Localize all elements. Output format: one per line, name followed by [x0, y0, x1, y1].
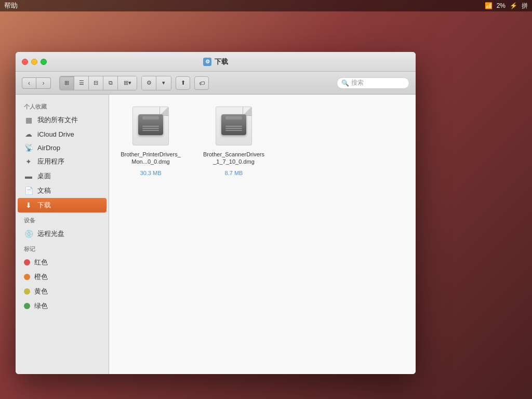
- share-icon: ⬆: [181, 79, 185, 86]
- wifi-icon: 📶: [485, 2, 493, 9]
- dmg-line-1b: [142, 128, 159, 129]
- window-title-text: 下载: [215, 57, 228, 66]
- dmg-inner-icon-1: [138, 114, 163, 135]
- forward-icon: ›: [43, 79, 45, 87]
- file-icon-2: [213, 105, 255, 147]
- tag-green-label: 绿色: [34, 301, 48, 311]
- sidebar-item-icloud[interactable]: ☁ iCloud Drive: [16, 127, 109, 141]
- search-placeholder: 搜索: [351, 78, 364, 87]
- sidebar-section-tags: 标记: [16, 241, 109, 255]
- icloud-label: iCloud Drive: [37, 130, 74, 138]
- back-icon: ‹: [28, 79, 30, 87]
- search-icon: 🔍: [341, 79, 349, 87]
- title-folder-icon: ⚙: [203, 58, 211, 66]
- sidebar-item-desktop[interactable]: ▬ 桌面: [16, 169, 109, 183]
- dmg-line-2c: [225, 130, 242, 131]
- sidebar-item-downloads[interactable]: ⬇ 下载: [18, 198, 107, 212]
- view-dropdown-button[interactable]: ⊞▾: [118, 76, 137, 90]
- tags-icon: 🏷: [199, 80, 205, 86]
- maximize-button[interactable]: [41, 59, 47, 65]
- dmg-lines-1: [142, 126, 159, 132]
- applications-icon: ✦: [24, 157, 33, 166]
- downloads-icon: ⬇: [24, 201, 33, 209]
- sidebar-item-applications[interactable]: ✦ 应用程序: [16, 154, 109, 169]
- view-list-button[interactable]: ☰: [74, 76, 89, 90]
- sidebar-item-airdrop[interactable]: 📡 AirDrop: [16, 141, 109, 154]
- tag-green-dot: [24, 303, 30, 309]
- view-column-button[interactable]: ⊟: [89, 76, 103, 90]
- gear-dropdown-icon: ▾: [162, 79, 165, 86]
- traffic-lights: [22, 59, 47, 65]
- documents-label: 文稿: [37, 186, 51, 195]
- tag-orange-label: 橙色: [34, 272, 48, 282]
- file-name-1: Brother_PrinterDrivers_Mon...0_0.dmg: [119, 151, 182, 166]
- menubar: 帮助 📶 2% ⚡ 拼: [0, 0, 532, 11]
- back-button[interactable]: ‹: [22, 77, 36, 89]
- file-area: Brother_PrinterDrivers_Mon...0_0.dmg 30.…: [109, 95, 416, 374]
- remote-disc-icon: 💿: [24, 230, 33, 238]
- minimize-button[interactable]: [31, 59, 37, 65]
- tags-button[interactable]: 🏷: [194, 76, 209, 90]
- view-buttons: ⊞ ☰ ⊟ ⧉ ⊞▾: [59, 76, 137, 90]
- sidebar-section-devices: 设备: [16, 212, 109, 227]
- dmg-lines-2: [225, 126, 242, 132]
- menu-help[interactable]: 帮助: [4, 1, 18, 10]
- list-view-icon: ☰: [79, 79, 84, 86]
- sidebar-item-tag-yellow[interactable]: 黄色: [16, 284, 109, 299]
- documents-icon: 📄: [24, 187, 33, 195]
- toolbar: ‹ › ⊞ ☰ ⊟ ⧉ ⊞▾ ⚙: [16, 72, 416, 95]
- battery-indicator: 2%: [497, 2, 506, 9]
- file-item-1[interactable]: Brother_PrinterDrivers_Mon...0_0.dmg 30.…: [119, 105, 182, 176]
- menubar-left: 帮助: [4, 1, 18, 10]
- file-item-2[interactable]: Brother_ScannerDrivers_1_7_10_0.dmg 8.7 …: [203, 105, 265, 176]
- gear-button[interactable]: ⚙: [142, 76, 156, 90]
- file-size-1: 30.3 MB: [140, 170, 162, 176]
- sidebar-item-tag-orange[interactable]: 橙色: [16, 270, 109, 284]
- dmg-file-icon-2: [216, 107, 252, 145]
- close-button[interactable]: [22, 59, 28, 65]
- tag-orange-dot: [24, 274, 30, 280]
- file-size-2: 8.7 MB: [225, 170, 243, 176]
- file-icon-1: [130, 105, 171, 147]
- share-button[interactable]: ⬆: [176, 76, 190, 90]
- dmg-line-1a: [142, 126, 159, 127]
- coverflow-icon: ⧉: [109, 79, 113, 86]
- view-icon-button[interactable]: ⊞: [60, 76, 74, 90]
- icon-view-icon: ⊞: [64, 79, 69, 86]
- desktop-label: 桌面: [37, 171, 51, 181]
- tag-yellow-dot: [24, 288, 30, 295]
- dmg-line-2a: [225, 126, 242, 127]
- applications-label: 应用程序: [37, 157, 64, 166]
- dmg-line-2b: [225, 128, 242, 129]
- window-title: ⚙ 下载: [22, 57, 409, 66]
- forward-button[interactable]: ›: [36, 77, 51, 89]
- sidebar: 个人收藏 ▦ 我的所有文件 ☁ iCloud Drive 📡 AirDrop ✦…: [16, 95, 109, 374]
- view-dropdown-icon: ⊞▾: [124, 79, 131, 86]
- desktop-icon: ▬: [24, 172, 33, 180]
- gear-icon: ⚙: [147, 79, 152, 86]
- sidebar-item-documents[interactable]: 📄 文稿: [16, 183, 109, 198]
- charging-icon: ⚡: [510, 2, 517, 9]
- nav-buttons: ‹ ›: [22, 77, 51, 89]
- downloads-label: 下载: [37, 201, 51, 210]
- search-box[interactable]: 🔍 搜索: [337, 77, 409, 89]
- sidebar-item-tag-red[interactable]: 红色: [16, 255, 109, 270]
- sidebar-item-tag-green[interactable]: 绿色: [16, 299, 109, 313]
- input-method[interactable]: 拼: [522, 2, 528, 10]
- all-files-label: 我的所有文件: [37, 115, 78, 125]
- gear-dropdown-button[interactable]: ▾: [156, 76, 171, 90]
- menubar-right: 📶 2% ⚡ 拼: [485, 2, 528, 10]
- remote-disc-label: 远程光盘: [37, 229, 64, 238]
- dmg-line-1c: [142, 130, 159, 131]
- all-files-icon: ▦: [24, 116, 33, 124]
- sidebar-item-remote-disc[interactable]: 💿 远程光盘: [16, 227, 109, 241]
- airdrop-label: AirDrop: [37, 144, 60, 152]
- action-buttons: ⚙ ▾: [141, 76, 171, 90]
- title-bar: ⚙ 下载: [16, 52, 416, 72]
- view-coverflow-button[interactable]: ⧉: [103, 76, 118, 90]
- sidebar-item-all-files[interactable]: ▦ 我的所有文件: [16, 113, 109, 127]
- dmg-file-icon-1: [132, 107, 169, 145]
- content-area: 个人收藏 ▦ 我的所有文件 ☁ iCloud Drive 📡 AirDrop ✦…: [16, 95, 416, 374]
- finder-window: ⚙ 下载 ‹ › ⊞ ☰ ⊟ ⧉: [16, 52, 416, 374]
- tag-red-label: 红色: [34, 258, 48, 267]
